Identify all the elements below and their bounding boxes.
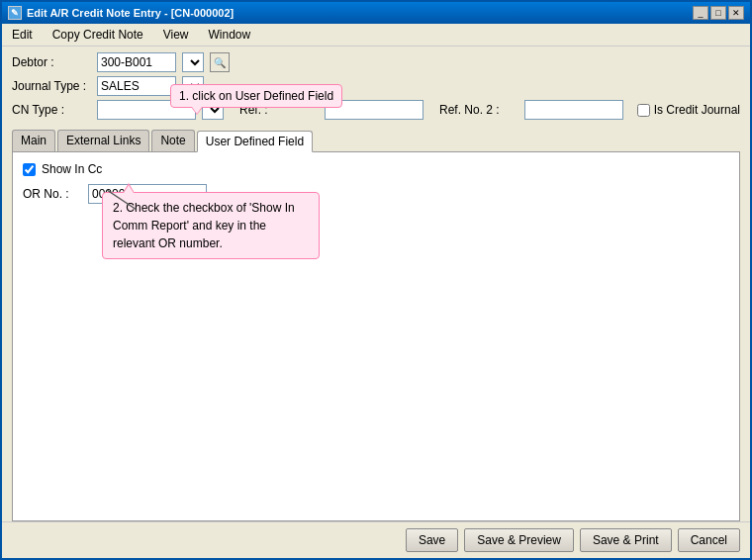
window-icon: ✎	[8, 6, 22, 20]
tabs-container: Main External Links Note User Defined Fi…	[2, 130, 750, 151]
menu-view[interactable]: View	[157, 26, 195, 44]
ref-no2-input[interactable]	[524, 100, 623, 120]
bottom-bar: Save Save & Preview Save & Print Cancel	[2, 521, 750, 558]
journal-type-input[interactable]	[97, 76, 176, 96]
tab-external-links[interactable]: External Links	[57, 130, 149, 151]
debtor-search-button[interactable]: 🔍	[210, 52, 230, 72]
menu-window[interactable]: Window	[203, 26, 257, 44]
tab-callout: 1. click on User Defined Field	[170, 84, 342, 108]
debtor-select[interactable]: ▼	[182, 52, 204, 72]
window-title: Edit A/R Credit Note Entry - [CN-000002]	[27, 7, 234, 19]
cancel-button[interactable]: Cancel	[678, 528, 740, 552]
close-button[interactable]: ✕	[728, 6, 744, 20]
content-callout: 2. Check the checkbox of 'Show In Comm R…	[102, 192, 320, 259]
cn-type-label: CN Type :	[12, 103, 91, 117]
is-credit-journal-checkbox[interactable]	[637, 104, 650, 117]
minimize-button[interactable]: _	[693, 6, 708, 20]
title-bar: ✎ Edit A/R Credit Note Entry - [CN-00000…	[2, 2, 750, 24]
main-window: ✎ Edit A/R Credit Note Entry - [CN-00000…	[0, 0, 752, 560]
tab-note[interactable]: Note	[151, 130, 194, 151]
tabs-wrapper: Main External Links Note User Defined Fi…	[2, 130, 750, 151]
save-print-button[interactable]: Save & Print	[580, 528, 672, 552]
debtor-input[interactable]	[97, 52, 176, 72]
show-in-cc-checkbox[interactable]	[23, 163, 36, 176]
ref-no2-label: Ref. No. 2 :	[439, 103, 518, 117]
title-controls: _ □ ✕	[693, 6, 744, 20]
debtor-row: Debtor : ▼ 🔍	[12, 52, 740, 72]
is-credit-journal-label: Is Credit Journal	[654, 103, 740, 117]
menu-edit[interactable]: Edit	[6, 26, 39, 44]
cn-type-row: CN Type : ▼ Ref. : Ref. No. 2 : Is Credi…	[12, 100, 740, 120]
tab-user-defined-field[interactable]: User Defined Field	[197, 131, 313, 152]
show-in-cc-label: Show In Cc	[42, 162, 102, 176]
journal-type-row: Journal Type : ▼	[12, 76, 740, 96]
save-button[interactable]: Save	[406, 528, 458, 552]
debtor-label: Debtor :	[12, 55, 91, 69]
tab-main[interactable]: Main	[12, 130, 55, 151]
menu-copy-credit-note[interactable]: Copy Credit Note	[47, 26, 149, 44]
title-bar-left: ✎ Edit A/R Credit Note Entry - [CN-00000…	[8, 6, 234, 20]
tab-content: Show In Cc OR No. : 2. Check the checkbo…	[12, 151, 740, 521]
or-no-label: OR No. :	[23, 187, 82, 201]
journal-type-label: Journal Type :	[12, 79, 91, 93]
save-preview-button[interactable]: Save & Preview	[464, 528, 574, 552]
show-in-cc-row: Show In Cc	[23, 162, 729, 176]
form-area: Debtor : ▼ 🔍 Journal Type : ▼ CN Type : …	[2, 47, 750, 130]
menu-bar: Edit Copy Credit Note View Window	[2, 24, 750, 47]
maximize-button[interactable]: □	[710, 6, 726, 20]
